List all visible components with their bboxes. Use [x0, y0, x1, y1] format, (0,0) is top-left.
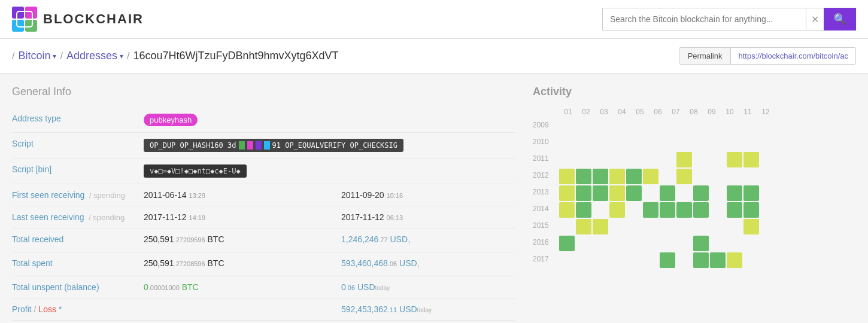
- search-input[interactable]: [602, 8, 806, 31]
- total-spent-values: 250,591.27208596 BTC 593,460,468.06 USD↑: [144, 258, 515, 270]
- activity-grid: 010203040506070809101112 200920102011201…: [533, 108, 856, 268]
- activity-cell-2016-11: [727, 236, 742, 251]
- total-unspent-label: Total unspent (balance): [12, 282, 144, 292]
- activity-cell-2011-12: [743, 152, 759, 167]
- month-cells-2011: [559, 152, 759, 167]
- total-spent-usd: 593,460,468.06 USD↑: [341, 258, 515, 270]
- activity-cell-2013-3: [593, 185, 608, 201]
- total-unspent-usd: 0.06 USDtoday: [341, 282, 515, 292]
- activity-title: Activity: [533, 86, 856, 98]
- breadcrumb-bitcoin[interactable]: Bitcoin ▾: [18, 50, 56, 62]
- first-seen-row: First seen receiving / spending 2011-06-…: [12, 184, 515, 206]
- year-label-2009: 2009: [533, 118, 559, 129]
- activity-cell-2014-6: [643, 202, 658, 218]
- activity-cell-2013-4: [609, 185, 625, 201]
- bitcoin-dropdown-arrow: ▾: [53, 52, 56, 60]
- activity-years: 200920102011201220132014201520162017: [533, 118, 856, 268]
- activity-cell-2009-8: [676, 118, 692, 134]
- activity-cell-2013-11: [727, 185, 742, 201]
- total-received-btc-amount: 250,591.27209596 BTC: [144, 234, 224, 244]
- info-table: Address type pubkeyhash Script OP_DUP OP…: [12, 108, 515, 321]
- activity-cell-2011-11: [727, 152, 742, 167]
- activity-cell-2009-7: [660, 118, 675, 134]
- activity-cell-2014-9: [693, 202, 709, 218]
- activity-cell-2016-6: [643, 236, 658, 251]
- total-unspent-values: 0.00001000 BTC 0.06 USDtoday: [144, 282, 515, 292]
- month-header-11: 11: [739, 108, 757, 116]
- activity-cell-2010-1: [559, 135, 575, 151]
- year-row-2013: 2013: [533, 185, 856, 201]
- last-seen-spending-date: 2017-11-12 06:13: [341, 212, 403, 222]
- activity-cell-2013-9: [693, 185, 709, 201]
- activity-cell-2012-4: [609, 169, 625, 184]
- addresses-dropdown-arrow: ▾: [120, 52, 123, 60]
- activity-cell-2009-2: [576, 118, 591, 134]
- profit-usd-amount: 592,453,362.11 USDtoday: [341, 304, 432, 314]
- activity-cell-2012-9: [693, 169, 709, 184]
- activity-cell-2016-8: [676, 236, 692, 251]
- activity-cell-2010-3: [593, 135, 608, 151]
- activity-cell-2009-12: [743, 118, 759, 134]
- search-clear-button[interactable]: ✕: [806, 8, 824, 31]
- activity-cell-2017-9: [693, 252, 709, 268]
- month-header-04: 04: [613, 108, 631, 116]
- activity-cell-2016-12: [743, 236, 759, 251]
- activity-cell-2012-12: [743, 169, 759, 184]
- activity-cell-2010-4: [609, 135, 625, 151]
- breadcrumb: / Bitcoin ▾ / Addresses ▾ / 16cou7Ht6WjT…: [0, 39, 868, 74]
- activity-cell-2017-4: [609, 252, 625, 268]
- year-row-2009: 2009: [533, 118, 856, 134]
- activity-cell-2011-7: [660, 152, 675, 167]
- year-label-2017: 2017: [533, 252, 559, 263]
- activity-cell-2010-2: [576, 135, 591, 151]
- activity-cell-2009-4: [609, 118, 625, 134]
- first-seen-values: 2011-06-14 13:29 2011-09-20 10:16: [144, 190, 515, 200]
- year-label-2016: 2016: [533, 236, 559, 246]
- breadcrumb-sep-3: /: [127, 51, 129, 62]
- activity-cell-2014-5: [626, 202, 642, 218]
- activity-cell-2010-11: [727, 135, 742, 151]
- year-label-2011: 2011: [533, 152, 559, 163]
- svg-rect-3: [25, 20, 37, 32]
- activity-cell-2016-7: [660, 236, 675, 251]
- permalink-button[interactable]: Permalink: [679, 48, 732, 64]
- activity-cell-2014-10: [710, 202, 726, 218]
- month-cells-2016: [559, 236, 759, 251]
- activity-cell-2015-10: [710, 219, 726, 234]
- year-label-2015: 2015: [533, 219, 559, 230]
- activity-cell-2014-1: [559, 202, 575, 218]
- activity-cell-2012-7: [660, 169, 675, 184]
- first-seen-label: First seen receiving / spending: [12, 190, 144, 200]
- activity-cell-2017-1: [559, 252, 575, 268]
- activity-cell-2016-9: [693, 236, 709, 251]
- total-spent-label: Total spent: [12, 258, 144, 268]
- activity-cell-2014-3: [593, 202, 608, 218]
- month-header-06: 06: [649, 108, 667, 116]
- activity-cell-2017-6: [643, 252, 658, 268]
- breadcrumb-addresses[interactable]: Addresses ▾: [66, 50, 123, 62]
- activity-cell-2014-2: [576, 202, 591, 218]
- activity-cell-2015-4: [609, 219, 625, 234]
- activity-cell-2015-11: [727, 219, 742, 234]
- activity-cell-2011-10: [710, 152, 726, 167]
- month-header-05: 05: [631, 108, 649, 116]
- search-button[interactable]: 🔍: [824, 8, 856, 31]
- total-unspent-btc: 0.00001000 BTC: [144, 282, 317, 292]
- profit-loss-row: Profit / Loss * 592,453,362.11 USDtoday: [12, 298, 515, 321]
- month-cells-2017: [559, 252, 759, 268]
- activity-cell-2015-2: [576, 219, 591, 234]
- total-spent-row: Total spent 250,591.27208596 BTC 593,460…: [12, 252, 515, 276]
- activity-cell-2017-12: [743, 252, 759, 268]
- month-cells-2015: [559, 219, 759, 234]
- left-panel: General Info Address type pubkeyhash Scr…: [12, 86, 515, 321]
- activity-cell-2010-7: [660, 135, 675, 151]
- activity-cell-2010-9: [693, 135, 709, 151]
- activity-cell-2013-8: [676, 185, 692, 201]
- activity-cell-2017-8: [676, 252, 692, 268]
- right-panel: Activity 010203040506070809101112 200920…: [515, 86, 856, 321]
- first-seen-spending-date: 2011-09-20 10:16: [341, 190, 403, 200]
- year-label-2010: 2010: [533, 135, 559, 146]
- address-type-value: pubkeyhash: [144, 114, 515, 126]
- activity-cell-2016-5: [626, 236, 642, 251]
- month-cells-2009: [559, 118, 759, 134]
